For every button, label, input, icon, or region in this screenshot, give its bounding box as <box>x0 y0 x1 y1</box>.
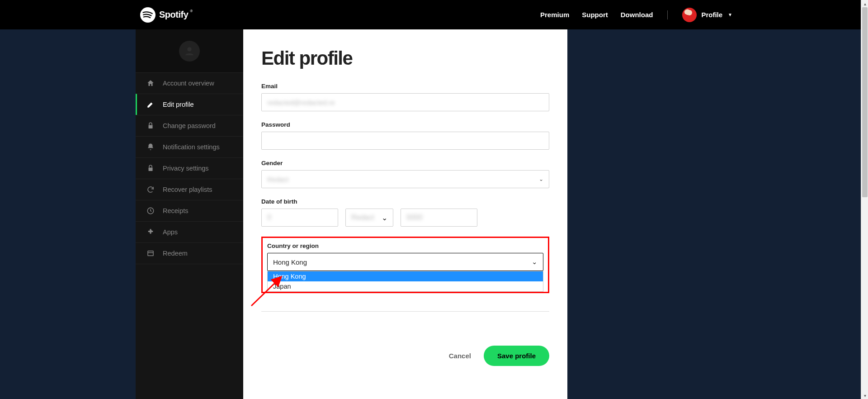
label-password: Password <box>261 121 549 128</box>
lock-icon <box>146 122 155 130</box>
sidebar: Account overview Edit profile Change pas… <box>136 29 243 399</box>
profile-label: Profile <box>701 11 722 19</box>
sidebar-item-redeem[interactable]: Redeem <box>136 242 243 264</box>
field-password: Password <box>261 121 549 150</box>
sidebar-item-label: Apps <box>163 228 178 236</box>
field-gender: Gender Redact ⌄ <box>261 160 549 188</box>
sidebar-item-label: Account overview <box>163 80 214 87</box>
main-content: Edit profile Email redacted@redacted.re … <box>243 29 567 399</box>
puzzle-icon <box>146 228 155 236</box>
brand-logo[interactable]: Spotify® <box>140 7 194 23</box>
gender-select[interactable]: Redact ⌄ <box>261 170 549 188</box>
svg-rect-3 <box>149 168 153 171</box>
sidebar-item-edit-profile[interactable]: Edit profile <box>136 94 243 115</box>
page-container: Account overview Edit profile Change pas… <box>136 29 567 399</box>
sidebar-item-change-password[interactable]: Change password <box>136 115 243 136</box>
scroll-up-icon[interactable]: ▴ <box>861 0 868 7</box>
sidebar-item-label: Change password <box>163 122 216 129</box>
chevron-down-icon: ⌄ <box>532 258 538 266</box>
country-option-hong-kong[interactable]: Hong Kong <box>268 271 543 281</box>
nav-support[interactable]: Support <box>582 11 608 19</box>
cancel-button[interactable]: Cancel <box>449 352 471 360</box>
dob-month-select[interactable]: Redact⌄ <box>345 209 393 227</box>
chevron-down-icon: ▼ <box>728 12 732 17</box>
password-input[interactable] <box>261 132 549 150</box>
sidebar-item-label: Redeem <box>163 250 188 257</box>
page-title: Edit profile <box>261 48 549 69</box>
spotify-icon <box>140 7 156 23</box>
sidebar-item-label: Recover playlists <box>163 186 212 193</box>
nav-separator <box>667 10 668 19</box>
label-country: Country or region <box>267 242 543 249</box>
sidebar-item-notification-settings[interactable]: Notification settings <box>136 136 243 157</box>
country-option-japan[interactable]: Japan <box>268 281 543 291</box>
chevron-down-icon: ⌄ <box>382 214 387 222</box>
label-dob: Date of birth <box>261 198 549 205</box>
sidebar-item-label: Receipts <box>163 207 188 214</box>
scroll-down-icon[interactable]: ▾ <box>861 392 868 399</box>
dob-day-input[interactable]: 0 <box>261 209 338 227</box>
svg-point-1 <box>187 47 191 51</box>
pen-icon <box>146 100 155 109</box>
label-email: Email <box>261 83 549 90</box>
sidebar-item-privacy-settings[interactable]: Privacy settings <box>136 157 243 179</box>
home-icon <box>146 79 155 87</box>
svg-rect-5 <box>148 251 153 256</box>
profile-menu[interactable]: Profile ▼ <box>682 8 732 22</box>
avatar <box>682 8 697 22</box>
refresh-icon <box>146 185 155 194</box>
scroll-thumb[interactable] <box>862 7 868 197</box>
form-actions: Cancel Save profile <box>261 346 549 366</box>
field-email: Email redacted@redacted.re <box>261 83 549 111</box>
field-dob: Date of birth 0 Redact⌄ 0000 <box>261 198 549 227</box>
email-input[interactable]: redacted@redacted.re <box>261 93 549 111</box>
nav-download[interactable]: Download <box>621 11 653 19</box>
sidebar-avatar-block <box>136 29 243 72</box>
chevron-down-icon: ⌄ <box>539 176 543 182</box>
annotation-highlight: Country or region Hong Kong ⌄ Hong Kong … <box>261 237 549 293</box>
sidebar-item-account-overview[interactable]: Account overview <box>136 72 243 94</box>
sidebar-item-receipts[interactable]: Receipts <box>136 200 243 221</box>
scrollbar[interactable]: ▴ ▾ <box>861 0 868 399</box>
sidebar-item-apps[interactable]: Apps <box>136 221 243 242</box>
svg-rect-2 <box>149 125 153 129</box>
clock-icon <box>146 207 155 215</box>
country-selected-value: Hong Kong <box>273 258 307 266</box>
sidebar-item-label: Edit profile <box>163 101 194 108</box>
sidebar-item-label: Privacy settings <box>163 165 209 172</box>
bell-icon <box>146 143 155 151</box>
brand-text: Spotify <box>159 10 188 20</box>
nav-premium[interactable]: Premium <box>540 11 569 19</box>
card-icon <box>146 249 155 257</box>
sidebar-item-label: Notification settings <box>163 143 220 151</box>
label-gender: Gender <box>261 160 549 166</box>
lock-icon <box>146 164 155 172</box>
nav-right: Premium Support Download Profile ▼ <box>540 8 732 22</box>
country-select[interactable]: Hong Kong ⌄ <box>267 253 543 271</box>
dob-year-input[interactable]: 0000 <box>401 209 477 227</box>
avatar-placeholder-icon <box>179 41 200 62</box>
top-header: Spotify® Premium Support Download Profil… <box>0 0 868 29</box>
save-profile-button[interactable]: Save profile <box>484 346 549 366</box>
gender-value: Redact <box>267 176 289 183</box>
separator <box>261 311 549 312</box>
brand-tm: ® <box>190 9 192 13</box>
country-dropdown: Hong Kong Japan <box>267 271 543 292</box>
sidebar-item-recover-playlists[interactable]: Recover playlists <box>136 179 243 200</box>
